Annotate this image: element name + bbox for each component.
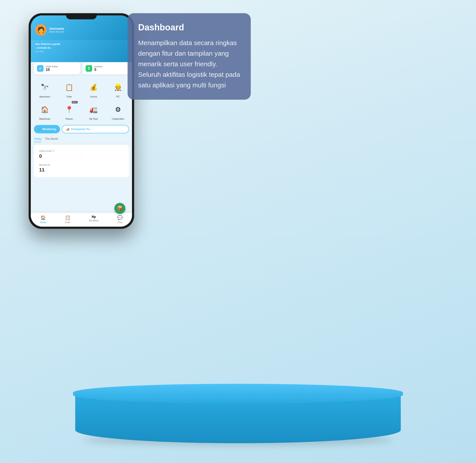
tooltip-title: Dashboard [138, 22, 240, 32]
invoices-value: 5 [94, 68, 103, 72]
podium-top [73, 384, 403, 404]
tooltip-text: Menampilkan data secara ringkas dengan f… [138, 38, 240, 90]
banner-logo: ⚙ KARLO [35, 50, 128, 53]
warehouse-icon-box: 🏠 [38, 102, 52, 116]
nav-home[interactable]: 🏠 Home [40, 215, 46, 223]
phone-screen: 🧑 Username Desc Account Atur Orderan Log… [31, 15, 132, 227]
banner-text: Atur Orderan Logistik - sesimple itu. [35, 42, 128, 50]
podium [62, 384, 414, 445]
order-nav-label: Order [65, 221, 71, 223]
colaboration-label: Colaboration [112, 118, 124, 120]
info-icon: ⓘ [52, 149, 54, 152]
monitoring-button[interactable]: 🚲 Monitoring [34, 125, 60, 133]
my-fleet-label: My Fleet [89, 118, 98, 120]
icon-grid: 🔭 Agreement 📋 Order 💰 Invoice 👷 PIC 🏠 [31, 77, 132, 123]
menu-item-pic[interactable]: 👷 PIC [106, 78, 130, 100]
invoice-icon-box: 💰 [87, 80, 101, 94]
mencari-dr-value: 11 [39, 167, 79, 173]
bottom-nav: 🏠 Home 📋 Order Rp My Billing 💬 Chat [31, 213, 132, 227]
transporter-label: Transporter Pe... [71, 128, 92, 131]
planner-label: Planner [65, 118, 73, 120]
stat-card-order-active[interactable]: ✔ Order Active 10 [34, 62, 80, 74]
tab-today[interactable]: Today [34, 136, 41, 142]
order-active-icon: ✔ [37, 65, 44, 72]
menu-item-planner[interactable]: 📍 BETA Planner [57, 101, 81, 122]
orders-draft-value: 0 [39, 153, 79, 159]
nav-order[interactable]: 📋 Order [65, 215, 71, 223]
invoices-info: Invoices 5 [94, 65, 103, 72]
stat-card-invoices[interactable]: $ Invoices 5 [82, 62, 129, 74]
agreement-icon-box: 🔭 [38, 80, 52, 94]
stats-section: Orders Draft ⓘ 0 Mencari Dr... 11 [34, 145, 129, 177]
order-icon-box: 📋 [62, 80, 76, 94]
invoices-label: Invoices [94, 65, 103, 68]
stats-row: ✔ Order Active 10 $ Invoices 5 [31, 60, 132, 77]
mini-stat-mencari-dr: Mencari Dr... 11 [37, 161, 81, 175]
tooltip-card: Dashboard Menampilkan data secara ringka… [128, 13, 251, 100]
warehouse-label: Warehouse [39, 118, 50, 120]
mencari-dr-label: Mencari Dr... [39, 164, 79, 166]
colaboration-icon-box: ⚙ [111, 102, 125, 116]
banner-area: Atur Orderan Logistik - sesimple itu. ⚙ … [31, 40, 132, 62]
user-info: Username Desc Account [49, 27, 64, 33]
fab-icon: 📦 [117, 205, 123, 212]
menu-item-invoice[interactable]: 💰 Invoice [82, 78, 105, 100]
transporter-button[interactable]: 🚚 Transporter Pe... [62, 125, 129, 133]
menu-item-colaboration[interactable]: ⚙ Colaboration [106, 101, 130, 122]
pic-icon-box: 👷 [111, 80, 125, 94]
mini-stat-orders-draft: Orders Draft ⓘ 0 [37, 147, 81, 161]
nav-my-billing[interactable]: Rp My Billing [89, 215, 98, 223]
fab-button[interactable]: 📦 [114, 203, 125, 214]
billing-nav-label: My Billing [89, 219, 98, 222]
order-active-label: Order Active [46, 65, 58, 68]
planner-icon-box: 📍 BETA [62, 102, 76, 116]
tab-this-month[interactable]: This Month [45, 136, 58, 142]
home-nav-icon: 🏠 [40, 215, 46, 220]
pic-label: PIC [116, 96, 120, 98]
billing-nav-icon: Rp [92, 215, 96, 219]
invoice-label: Invoice [90, 96, 97, 98]
order-nav-icon: 📋 [65, 215, 71, 220]
order-active-info: Order Active 10 [46, 65, 58, 72]
monitoring-icon: 🚲 [38, 128, 41, 131]
my-fleet-icon-box: 🚛 [87, 102, 101, 116]
agreement-label: Agreement [39, 96, 50, 98]
chat-nav-icon: 💬 [117, 215, 123, 220]
phone-outer: 🧑 Username Desc Account Atur Orderan Log… [29, 13, 134, 229]
user-desc: Desc Account [49, 30, 64, 33]
menu-item-agreement[interactable]: 🔭 Agreement [33, 78, 57, 100]
monitoring-row: 🚲 Monitoring 🚚 Transporter Pe... [31, 123, 132, 135]
home-nav-label: Home [40, 221, 46, 223]
nav-chat[interactable]: 💬 Chat [117, 215, 123, 223]
menu-item-order[interactable]: 📋 Order [57, 78, 81, 100]
invoices-icon: $ [86, 65, 92, 72]
phone-notch [66, 13, 97, 19]
tabs-row: Today This Month [31, 135, 132, 143]
chat-nav-label: Chat [118, 221, 122, 223]
menu-item-my-fleet[interactable]: 🚛 My Fleet [82, 101, 105, 122]
orders-draft-label: Orders Draft ⓘ [39, 149, 79, 152]
order-label: Order [66, 96, 72, 98]
phone-wrapper: 🧑 Username Desc Account Atur Orderan Log… [29, 13, 134, 251]
avatar: 🧑 [35, 24, 47, 36]
beta-badge: BETA [72, 101, 78, 103]
menu-item-warehouse[interactable]: 🏠 Warehouse [33, 101, 57, 122]
order-active-value: 10 [46, 68, 58, 72]
transporter-icon: 🚚 [66, 128, 70, 131]
username: Username [49, 27, 64, 30]
monitoring-label: Monitoring [43, 128, 56, 131]
